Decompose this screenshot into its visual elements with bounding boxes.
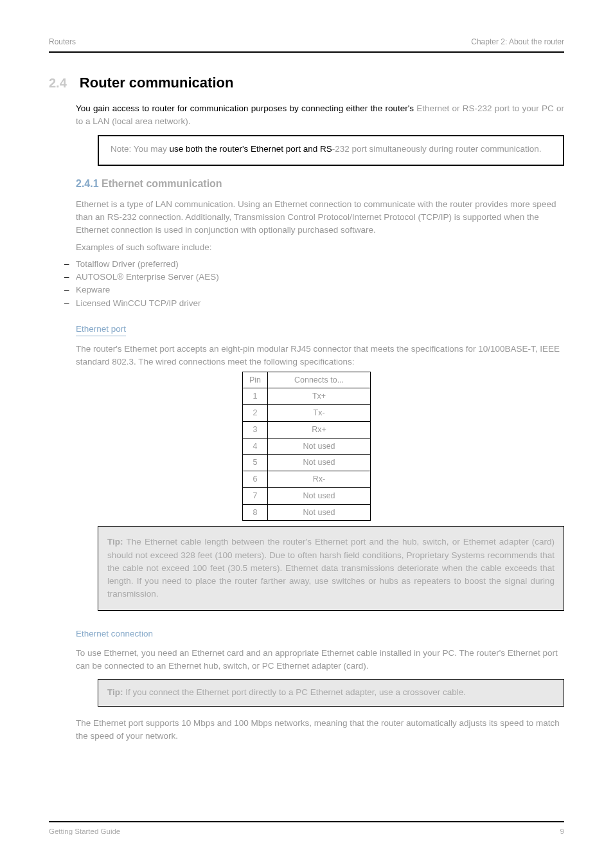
sub-eth-comm: 2.4.1 Ethernet communication [76, 176, 564, 192]
pin-5: 5 [242, 455, 267, 471]
note1-post: -232 port simultaneously during router c… [332, 144, 542, 154]
eth-port-para: The router's Ethernet port accepts an ei… [76, 343, 564, 369]
eth-connect-para: To use Ethernet, you need an Ethernet ca… [76, 647, 564, 673]
table-row: 3Rx+ [242, 421, 370, 438]
header-right: Chapter 2: About the router [471, 36, 564, 48]
pin-3: 3 [242, 421, 267, 438]
table-row: 2Tx- [242, 405, 370, 422]
pin-6-val: Rx- [268, 471, 371, 488]
table-row: 8Not used [242, 504, 370, 521]
eth-para: Ethernet is a type of LAN communication.… [76, 198, 564, 237]
eth-bullet-1: Totalflow Driver (preferred) [64, 258, 564, 271]
note1-visible: use both the router's Ethernet port and … [170, 144, 332, 154]
footer-row: Getting Started Guide 9 [49, 822, 564, 837]
eth-speed-para: The Ethernet port supports 10 Mbps and 1… [76, 717, 564, 743]
eth-bullets-intro: Examples of such software include: [76, 241, 564, 254]
pin-7: 7 [242, 487, 267, 504]
table-row: 7Not used [242, 487, 370, 504]
eth-connect-heading: Ethernet connection [76, 628, 153, 640]
eth-bullet-list: Totalflow Driver (preferred) AUTOSOL® En… [64, 258, 564, 310]
pin-4-val: Not used [268, 438, 371, 455]
table-row: 4Not used [242, 438, 370, 455]
tip1-body: The Ethernet cable length between the ro… [107, 537, 555, 599]
footer-left: Getting Started Guide [49, 826, 120, 837]
tip-box-1: Tip: The Ethernet cable length between t… [98, 526, 564, 610]
header-left: Routers [49, 36, 76, 48]
sub-eth-num: 2.4.1 [76, 178, 99, 189]
pin-4: 4 [242, 438, 267, 455]
note-box-1: Note: You may use both the router's Ethe… [98, 135, 564, 166]
pin-6: 6 [242, 471, 267, 488]
intro-visible: You gain access to router for communicat… [76, 104, 416, 113]
footer-bar: Getting Started Guide 9 [49, 821, 564, 837]
section-title-row: 2.4 Router communication [49, 72, 564, 93]
tip2-label: Tip: [107, 687, 125, 697]
pin-1: 1 [242, 388, 267, 405]
table-row: 1Tx+ [242, 388, 370, 405]
tip-box-2: Tip: If you connect the Ethernet port di… [98, 679, 564, 706]
pin-1-val: Tx+ [268, 388, 371, 405]
page-root: Routers Chapter 2: About the router 2.4 … [0, 0, 613, 868]
intro-para-1: You gain access to router for communicat… [76, 102, 564, 129]
section-number: 2.4 [49, 73, 67, 93]
tip1-label: Tip: [107, 537, 127, 547]
pin-8-val: Not used [268, 504, 371, 521]
sub-eth-title: Ethernet communication [102, 178, 222, 189]
section-heading: Router communication [80, 72, 234, 93]
pin-5-val: Not used [268, 455, 371, 471]
pin-2-val: Tx- [268, 405, 371, 422]
table-row: 6Rx- [242, 471, 370, 488]
pin-th-pin: Pin [242, 372, 267, 388]
eth-port: Ethernet port [76, 323, 126, 336]
eth-bullet-4: Licensed WinCCU TCP/IP driver [64, 297, 564, 310]
note1-pre: Note: You may [111, 144, 170, 154]
tip2-body: If you connect the Ethernet port directl… [125, 687, 466, 697]
header-bar: Routers Chapter 2: About the router [49, 36, 564, 53]
pin-table: Pin Connects to... 1Tx+ 2Tx- 3Rx+ 4Not u… [242, 372, 371, 521]
pin-7-val: Not used [268, 487, 371, 504]
footer-right: 9 [560, 826, 564, 837]
pin-3-val: Rx+ [268, 421, 371, 438]
pin-8: 8 [242, 504, 267, 521]
table-row: 5Not used [242, 455, 370, 471]
pin-2: 2 [242, 405, 267, 422]
pin-th-connects: Connects to... [268, 372, 371, 388]
eth-bullet-2: AUTOSOL® Enterprise Server (AES) [64, 271, 564, 284]
eth-bullet-3: Kepware [64, 284, 564, 296]
